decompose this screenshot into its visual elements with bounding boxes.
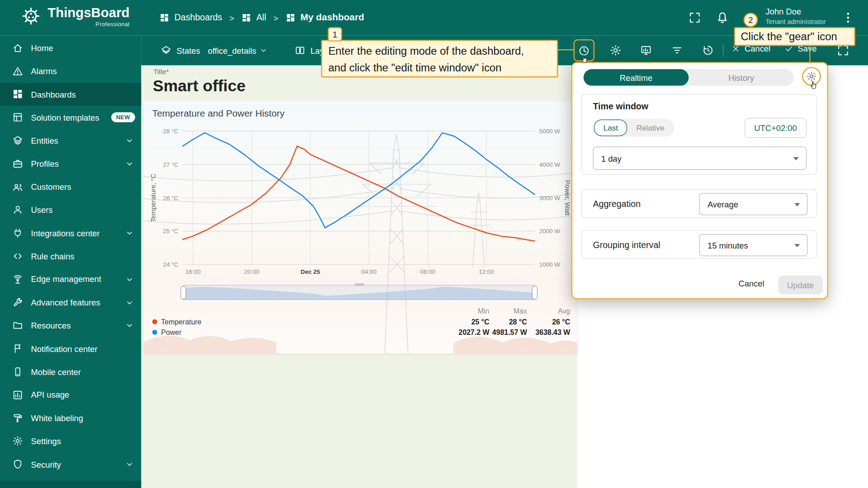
api-usage-icon: [12, 389, 23, 400]
power-dot-icon: [152, 330, 157, 335]
popup-update-button[interactable]: Update: [778, 276, 823, 295]
tab-realtime[interactable]: Realtime: [584, 69, 689, 86]
brush-grip[interactable]: [354, 283, 364, 286]
aggregation-select[interactable]: Average: [699, 193, 808, 215]
svg-text:Dec 25: Dec 25: [301, 268, 321, 275]
legend-value: 4981.57 W: [489, 328, 527, 336]
sidebar-item-edge-management[interactable]: Edge management: [0, 268, 141, 291]
aggregation-section: Aggregation Average: [581, 189, 817, 218]
sidebar-label: Resources: [31, 321, 71, 330]
sidebar-item-profiles[interactable]: Profiles: [0, 152, 141, 175]
sidebar-item-notification-center[interactable]: Notification center: [0, 337, 141, 360]
sidebar-scroll-edge: [0, 481, 141, 488]
breadcrumb-my-dashboard[interactable]: My dashboard: [285, 12, 364, 23]
line-chart: 24 °C1000 W25 °C2000 W26 °C3000 W27 °C40…: [143, 101, 577, 279]
entity-aliases-button[interactable]: [640, 44, 652, 56]
grouping-interval-select[interactable]: 15 minutes: [699, 234, 808, 256]
sidebar-item-users[interactable]: Users: [0, 198, 141, 221]
callout-connector-1: [557, 49, 574, 50]
time-brush[interactable]: [183, 283, 535, 301]
tab-history[interactable]: History: [689, 69, 794, 86]
brush-handle-left[interactable]: [180, 286, 186, 299]
legend-series-power[interactable]: Power: [152, 328, 451, 336]
breadcrumb-dashboards[interactable]: Dashboards: [160, 13, 222, 23]
new-badge: NEW: [111, 113, 135, 122]
chevron-down-icon: [125, 460, 135, 469]
sidebar-item-entities[interactable]: Entities: [0, 129, 141, 152]
fullscreen-button[interactable]: [688, 11, 701, 24]
chart-widget[interactable]: Temperature and Power History 24 °C1000 …: [143, 101, 577, 353]
dashboards-icon: [12, 89, 23, 100]
sidebar-label: Customers: [31, 182, 71, 192]
sidebar-label: Entities: [31, 136, 58, 145]
layouts-icon: [294, 45, 305, 56]
cursor-pointer-icon: [808, 80, 819, 90]
breadcrumb-label: Dashboards: [175, 13, 222, 23]
chart-legend: Min Max Avg Temperature 25 °C 28 °C 26 °…: [152, 307, 570, 337]
legend-value: 28 °C: [489, 318, 527, 326]
svg-text:24 °C: 24 °C: [163, 261, 178, 268]
sidebar: Home Alarms Dashboards Solution template…: [0, 35, 141, 488]
dashboard-canvas: Title* Smart office: [141, 65, 577, 488]
time-window-label: Time window: [593, 102, 648, 112]
version-control-button[interactable]: [702, 44, 714, 56]
customers-icon: [12, 181, 23, 192]
sidebar-item-integrations-center[interactable]: Integrations center: [0, 221, 141, 244]
breadcrumb-separator: >: [274, 13, 278, 23]
gear-icon: [609, 44, 622, 56]
sidebar-item-solution-templates[interactable]: Solution templates NEW: [0, 106, 141, 129]
sidebar-item-mobile-center[interactable]: Mobile center: [0, 360, 141, 383]
callout-text: Click the "gear" icon: [741, 30, 837, 42]
sidebar-item-dashboards[interactable]: Dashboards: [0, 83, 141, 106]
chevron-down-icon: [259, 46, 268, 55]
sidebar-item-advanced-features[interactable]: Advanced features: [0, 291, 141, 314]
sidebar-item-security[interactable]: Security: [0, 453, 141, 476]
sidebar-item-alarms[interactable]: Alarms: [0, 60, 141, 83]
breadcrumb-label: My dashboard: [300, 12, 364, 23]
settings-gear-icon: [12, 436, 23, 446]
brush-selection[interactable]: [183, 285, 535, 300]
sidebar-item-settings[interactable]: Settings: [0, 430, 141, 453]
interval-select[interactable]: 1 day: [593, 146, 807, 169]
fullscreen-icon: [688, 11, 701, 24]
app: ThingsBoard Professional Dashboards > Al…: [0, 0, 868, 488]
toolbar-divider: [723, 44, 723, 57]
sidebar-item-rule-chains[interactable]: Rule chains: [0, 244, 141, 267]
svg-text:25 °C: 25 °C: [163, 228, 178, 235]
svg-text:1000 W: 1000 W: [539, 261, 561, 268]
entities-icon: [12, 135, 23, 146]
bell-icon: [715, 10, 730, 25]
timezone-button[interactable]: UTC+02:00: [745, 118, 807, 138]
brush-handle-right[interactable]: [532, 286, 538, 299]
user-menu[interactable]: John Doe Tenant administrator: [765, 6, 826, 26]
sidebar-item-white-labeling[interactable]: White labeling: [0, 407, 141, 430]
more-vertical-icon: [841, 11, 854, 24]
dashboard-title-input[interactable]: Smart office: [153, 77, 245, 95]
popup-cancel-button[interactable]: Cancel: [738, 279, 764, 288]
sidebar-item-resources[interactable]: Resources: [0, 314, 141, 337]
legend-value: 25 °C: [451, 318, 490, 326]
svg-text:08:00: 08:00: [420, 268, 435, 275]
dashboard-settings-button[interactable]: [609, 44, 622, 56]
sidebar-item-api-usage[interactable]: API usage: [0, 384, 141, 407]
breadcrumb-all[interactable]: All: [241, 13, 266, 23]
more-menu-button[interactable]: [841, 11, 854, 24]
logo-title: ThingsBoard: [47, 5, 129, 20]
legend-header-avg: Avg: [527, 307, 571, 315]
time-window-tabs: Realtime History: [584, 69, 794, 86]
svg-text:3000 W: 3000 W: [539, 195, 561, 202]
sidebar-item-customers[interactable]: Customers: [0, 175, 141, 198]
legend-series-temperature[interactable]: Temperature: [152, 318, 451, 326]
state-select[interactable]: office_details: [208, 46, 268, 55]
filters-button[interactable]: [671, 44, 683, 56]
chevron-down-icon: [125, 136, 135, 145]
svg-text:28 °C: 28 °C: [163, 128, 178, 135]
svg-text:27 °C: 27 °C: [163, 161, 178, 168]
notifications-button[interactable]: [715, 10, 730, 25]
svg-text:20:00: 20:00: [244, 268, 259, 275]
toggle-relative[interactable]: Relative: [627, 120, 673, 136]
toggle-last[interactable]: Last: [594, 119, 627, 136]
sidebar-item-home[interactable]: Home: [0, 37, 141, 60]
step-badge-2: 2: [744, 13, 758, 27]
logo[interactable]: ThingsBoard Professional: [20, 5, 129, 27]
